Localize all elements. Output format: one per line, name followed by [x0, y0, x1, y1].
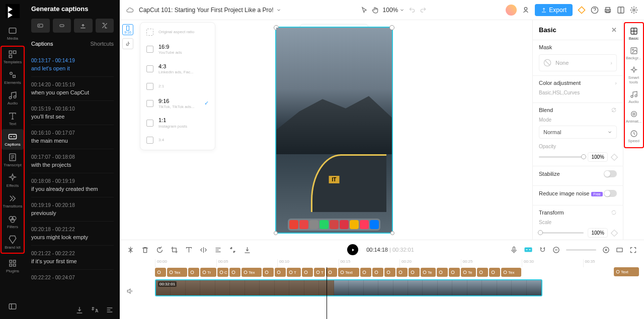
opacity-slider[interactable]	[539, 156, 584, 158]
captions-tl-icon[interactable]	[524, 245, 533, 254]
tab-animation[interactable]: Animat...	[624, 107, 643, 127]
text-clip[interactable]	[396, 268, 408, 277]
blend-mode-select[interactable]: Normal	[539, 126, 617, 139]
color-adjustment-row[interactable]: Color adjustment› Basic,HSL,Curves	[533, 75, 623, 102]
caption-item[interactable]: 00:14:20 - 00:15:19when you open CapCut	[31, 76, 114, 100]
zoom-slider[interactable]	[566, 249, 596, 251]
print-icon[interactable]	[604, 6, 612, 14]
mirror-icon[interactable]	[200, 246, 207, 254]
layout-icon[interactable]	[617, 6, 625, 14]
caption-item[interactable]: 00:16:10 - 00:17:07the main menu	[31, 125, 114, 149]
caption-item[interactable]: 00:18:08 - 00:19:19if you already create…	[31, 173, 114, 197]
tab-background[interactable]: Backgr...	[624, 44, 643, 63]
fit-icon[interactable]	[616, 246, 623, 254]
compress-icon[interactable]	[229, 246, 236, 254]
nav-elements[interactable]: Elements	[2, 67, 24, 88]
text-clip[interactable]	[449, 268, 460, 277]
text-clip[interactable]: Te	[421, 268, 436, 277]
reset-blend-icon[interactable]	[611, 107, 617, 113]
user-avatar[interactable]	[506, 5, 517, 16]
keyframe-scale-icon[interactable]	[611, 229, 618, 236]
play-button[interactable]	[347, 244, 358, 255]
nav-filters[interactable]: Filters	[2, 211, 24, 232]
nav-effects[interactable]: Effects	[2, 170, 24, 191]
ratio-option[interactable]: 4:3LinkedIn ads, Fac...	[140, 59, 215, 79]
close-panel-icon[interactable]: ✕	[611, 26, 617, 34]
export-button[interactable]: Export	[535, 4, 573, 16]
diamond-icon[interactable]	[578, 6, 586, 14]
hand-icon[interactable]	[372, 7, 379, 14]
ratio-option[interactable]: 2:1	[140, 79, 215, 94]
cursor-icon[interactable]	[361, 7, 368, 14]
nav-captions[interactable]: Captions	[2, 129, 24, 150]
adjust-icon[interactable]	[214, 246, 222, 254]
shortcuts-link[interactable]: Shortcuts	[91, 41, 114, 47]
caption-item[interactable]: 00:20:18 - 00:21:22yours might look empt…	[31, 221, 114, 245]
crop-tl-icon[interactable]	[171, 246, 178, 254]
fullscreen-icon[interactable]	[629, 246, 637, 254]
ratio-tab-tiktok[interactable]	[122, 38, 133, 49]
tab-speed[interactable]: Speed	[624, 127, 643, 146]
text-clip[interactable]	[229, 268, 240, 277]
caption-item[interactable]: 00:15:19 - 00:16:10you'll first see	[31, 100, 114, 125]
caption-item[interactable]: 00:17:07 - 00:18:08with the projects	[31, 149, 114, 173]
text-clip[interactable]	[188, 268, 199, 277]
nav-transitions[interactable]: Transitions	[2, 191, 24, 211]
download-icon[interactable]	[75, 306, 84, 314]
mask-selector[interactable]: None›	[539, 54, 617, 71]
magnet-icon[interactable]	[539, 246, 546, 254]
text-clip[interactable]: T	[287, 268, 301, 277]
text-clip[interactable]: Te	[461, 268, 476, 277]
text-clip[interactable]	[384, 268, 395, 277]
scale-slider[interactable]	[539, 232, 584, 234]
app-logo[interactable]	[6, 4, 20, 18]
text-clip[interactable]	[155, 268, 166, 277]
mic-icon[interactable]	[510, 246, 518, 254]
text-clip[interactable]	[302, 268, 313, 277]
download-tl-icon[interactable]	[244, 246, 251, 254]
text-tl-icon[interactable]	[185, 246, 193, 254]
text-clip[interactable]: Text	[338, 268, 359, 277]
split-icon[interactable]	[127, 246, 134, 254]
nav-collapse[interactable]	[2, 299, 24, 315]
text-clip[interactable]: Text	[614, 267, 639, 276]
settings-icon[interactable]	[106, 306, 114, 314]
caption-item[interactable]: 00:21:22 - 00:22:22if it's your first ti…	[31, 245, 114, 269]
nav-text[interactable]: Text	[2, 109, 24, 129]
text-clip[interactable]: Tr	[200, 268, 216, 277]
captions-mode-2[interactable]	[53, 19, 71, 33]
text-clip[interactable]	[360, 268, 371, 277]
ratio-option[interactable]: 3:4	[140, 133, 215, 148]
undo-tl-icon[interactable]	[156, 246, 164, 254]
tab-audio[interactable]: Audio	[624, 87, 643, 107]
ratio-option[interactable]: 1:1Instagram posts	[140, 113, 215, 133]
nav-transcript[interactable]: Transcript	[2, 150, 24, 170]
reset-transform-icon[interactable]	[611, 209, 617, 216]
caption-item[interactable]: 00:19:19 - 00:20:18previously	[31, 197, 114, 221]
text-clip[interactable]	[263, 268, 274, 277]
ratio-option[interactable]: 9:16TikTok, TikTok ads...✓	[140, 94, 215, 114]
ratio-option[interactable]: 16:9YouTube ads	[140, 40, 215, 59]
text-clip[interactable]: T	[314, 268, 325, 277]
noise-toggle[interactable]	[604, 190, 617, 197]
text-track[interactable]: Text TexTrCTexTTTextTeTeTex	[155, 267, 644, 277]
nav-brand-kit[interactable]: Brand kit	[2, 232, 24, 253]
caption-item[interactable]: 00:13:17 - 00:14:19and let's open it	[31, 53, 114, 76]
nav-media[interactable]: Media	[2, 23, 24, 44]
captions-mode-4[interactable]	[96, 19, 114, 33]
nav-plugins[interactable]: Plugins	[2, 256, 24, 276]
text-clip[interactable]	[372, 268, 383, 277]
translate-icon[interactable]	[91, 306, 99, 314]
stabilize-toggle[interactable]	[604, 170, 617, 177]
text-clip[interactable]: Tex	[501, 268, 521, 277]
text-clip[interactable]	[477, 268, 488, 277]
undo-icon[interactable]	[409, 7, 416, 14]
zoom-out-icon[interactable]	[552, 246, 560, 254]
captions-mode-3[interactable]	[74, 19, 93, 33]
nav-templates[interactable]: Templates	[2, 47, 24, 67]
video-clip[interactable]: 00:32:01	[155, 279, 542, 296]
opacity-value[interactable]: 100%	[588, 152, 608, 162]
text-clip[interactable]	[409, 268, 420, 277]
text-clip[interactable]	[489, 268, 500, 277]
text-clip[interactable]: Tex	[167, 268, 187, 277]
